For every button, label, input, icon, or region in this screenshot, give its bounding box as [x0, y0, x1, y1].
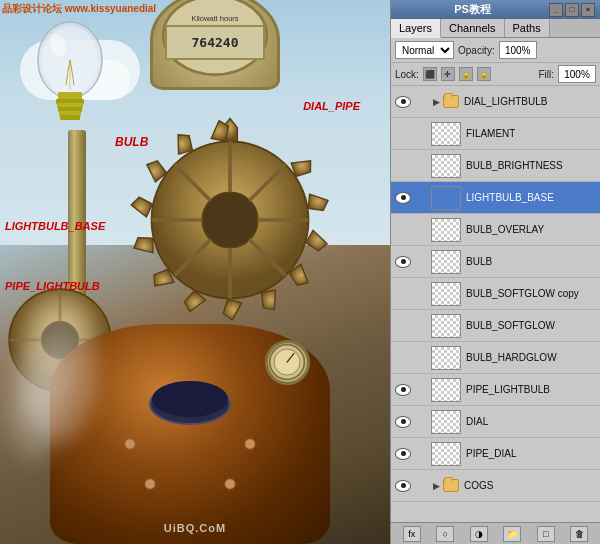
- group-arrow-0[interactable]: ▶: [429, 95, 443, 109]
- eye-toggle-9[interactable]: [393, 384, 413, 396]
- layer-row-dial-lightbulb[interactable]: ▶DIAL_LIGHTBULB: [391, 86, 600, 118]
- layer-thumb-11: [431, 442, 461, 466]
- layer-thumb-8: [431, 346, 461, 370]
- site-header: 品彩设计论坛 www.kissyuanedial: [2, 2, 156, 16]
- layer-name-0: DIAL_LIGHTBULB: [461, 96, 547, 107]
- label-pipe-lightbulb: PIPE_LIGHTBULB: [5, 280, 100, 292]
- eye-icon-0: [395, 96, 411, 108]
- layer-row-bulb[interactable]: BULB: [391, 246, 600, 278]
- layer-styles-button[interactable]: fx: [403, 526, 421, 542]
- svg-rect-8: [60, 115, 80, 120]
- eye-icon-11: [395, 448, 411, 460]
- layer-row-bulb-softglow copy[interactable]: BULB_SOFTGLOW copy: [391, 278, 600, 310]
- eye-toggle-10[interactable]: [393, 416, 413, 428]
- layer-row-filament[interactable]: FILAMENT: [391, 118, 600, 150]
- lock-transparency-icon[interactable]: 🔒: [459, 67, 473, 81]
- layer-thumb-10: [431, 410, 461, 434]
- eye-toggle-12[interactable]: [393, 480, 413, 492]
- lock-row: Lock: ⬛ ✛ 🔒 🔒 Fill: 100%: [391, 63, 600, 86]
- layer-row-bulb-overlay[interactable]: BULB_OVERLAY: [391, 214, 600, 246]
- layer-thumb-6: [431, 282, 461, 306]
- layer-thumb-7: [431, 314, 461, 338]
- blend-mode-select[interactable]: Normal: [395, 41, 454, 59]
- lock-position-icon[interactable]: ✛: [441, 67, 455, 81]
- adjustment-layer-button[interactable]: ◑: [470, 526, 488, 542]
- layer-name-1: FILAMENT: [463, 128, 515, 139]
- layer-name-4: BULB_OVERLAY: [463, 224, 544, 235]
- delete-layer-button[interactable]: 🗑: [570, 526, 588, 542]
- maximize-button[interactable]: □: [565, 3, 579, 17]
- eye-icon-12: [395, 480, 411, 492]
- tab-channels[interactable]: Channels: [441, 19, 504, 37]
- new-layer-button[interactable]: □: [537, 526, 555, 542]
- layer-row-pipe-lightbulb[interactable]: PIPE_LIGHTBULB: [391, 374, 600, 406]
- eye-icon-10: [395, 416, 411, 428]
- svg-point-35: [245, 439, 255, 449]
- layer-row-lightbulb-base[interactable]: LIGHTBULB_BASE: [391, 182, 600, 214]
- lock-pixels-icon[interactable]: ⬛: [423, 67, 437, 81]
- layer-row-dial[interactable]: DIAL: [391, 406, 600, 438]
- blend-mode-row: Normal Opacity: 100%: [391, 38, 600, 63]
- eye-toggle-5[interactable]: [393, 256, 413, 268]
- layers-list[interactable]: ▶DIAL_LIGHTBULBFILAMENTBULB_BRIGHTNESSLI…: [391, 86, 600, 522]
- svg-point-37: [225, 479, 235, 489]
- lock-label: Lock:: [395, 69, 419, 80]
- titlebar: PS教程 _ □ ×: [391, 0, 600, 19]
- layer-name-2: BULB_BRIGHTNESS: [463, 160, 563, 171]
- layer-name-6: BULB_SOFTGLOW copy: [463, 288, 579, 299]
- layer-name-9: PIPE_LIGHTBULB: [463, 384, 550, 395]
- titlebar-title: PS教程: [396, 2, 549, 17]
- layer-row-cogs[interactable]: ▶COGS: [391, 470, 600, 502]
- eye-toggle-11[interactable]: [393, 448, 413, 460]
- svg-rect-3: [58, 92, 82, 100]
- label-bulb: BULB: [115, 135, 148, 149]
- main-image: 品彩设计论坛 www.kissyuanedial Kilowatt ho: [0, 0, 390, 544]
- watermark: UiBQ.CoM: [164, 522, 226, 534]
- layers-bottom-bar: fx ○ ◑ 📁 □ 🗑: [391, 522, 600, 544]
- group-arrow-12[interactable]: ▶: [429, 479, 443, 493]
- fill-value[interactable]: 100%: [558, 65, 596, 83]
- label-lightbulb-base: LIGHTBULB_BASE: [5, 220, 105, 232]
- layer-name-11: PIPE_DIAL: [463, 448, 517, 459]
- layer-name-7: BULB_SOFTGLOW: [463, 320, 555, 331]
- lock-all-icon[interactable]: 🔒: [477, 67, 491, 81]
- layer-row-bulb-hardglow[interactable]: BULB_HARDGLOW: [391, 342, 600, 374]
- layer-thumb-9: [431, 378, 461, 402]
- tab-paths[interactable]: Paths: [505, 19, 550, 37]
- meter-display: 764240: [165, 25, 265, 60]
- layer-thumb-5: [431, 250, 461, 274]
- layer-thumb-1: [431, 122, 461, 146]
- eye-icon-3: [395, 192, 411, 204]
- svg-text:Kilowatt hours: Kilowatt hours: [191, 14, 238, 23]
- svg-point-36: [145, 479, 155, 489]
- layer-thumb-3: [431, 186, 461, 210]
- layer-group-button[interactable]: 📁: [503, 526, 521, 542]
- layer-row-bulb-softglow[interactable]: BULB_SOFTGLOW: [391, 310, 600, 342]
- svg-point-34: [125, 439, 135, 449]
- opacity-value[interactable]: 100%: [499, 41, 537, 59]
- eye-icon-5: [395, 256, 411, 268]
- close-button[interactable]: ×: [581, 3, 595, 17]
- layer-mask-button[interactable]: ○: [436, 526, 454, 542]
- folder-icon-0: [443, 95, 459, 108]
- panel-tabs: Layers Channels Paths: [391, 19, 600, 38]
- svg-point-33: [152, 381, 228, 417]
- layer-thumb-4: [431, 218, 461, 242]
- layers-panel: PS教程 _ □ × Layers Channels Paths Normal …: [390, 0, 600, 544]
- folder-icon-12: [443, 479, 459, 492]
- layer-name-10: DIAL: [463, 416, 488, 427]
- pressure-gauge: [265, 340, 310, 385]
- eye-toggle-3[interactable]: [393, 192, 413, 204]
- layer-thumb-2: [431, 154, 461, 178]
- layer-row-bulb-brightness[interactable]: BULB_BRIGHTNESS: [391, 150, 600, 182]
- tab-layers[interactable]: Layers: [391, 19, 441, 38]
- layer-name-5: BULB: [463, 256, 492, 267]
- layer-row-pipe-dial[interactable]: PIPE_DIAL: [391, 438, 600, 470]
- fill-label: Fill:: [538, 69, 554, 80]
- label-dial-pipe: DIAL_PIPE: [303, 100, 360, 112]
- eye-icon-9: [395, 384, 411, 396]
- layer-name-12: COGS: [461, 480, 493, 491]
- layer-name-8: BULB_HARDGLOW: [463, 352, 557, 363]
- eye-toggle-0[interactable]: [393, 96, 413, 108]
- minimize-button[interactable]: _: [549, 3, 563, 17]
